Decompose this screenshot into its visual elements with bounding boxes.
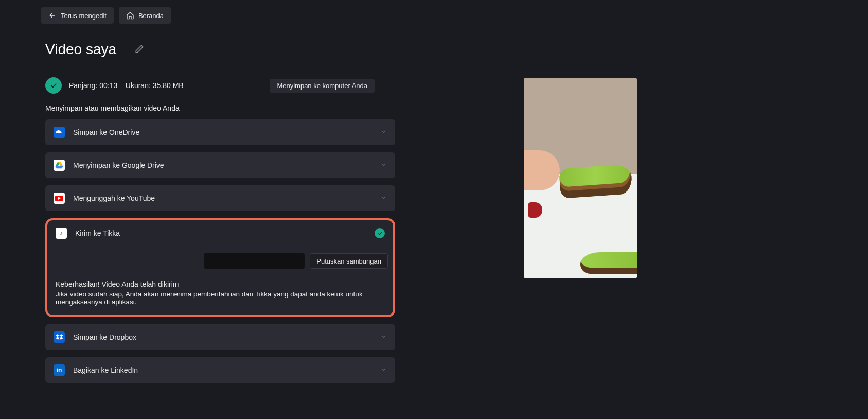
- preview-illustration: [559, 164, 633, 199]
- continue-editing-label: Terus mengedit: [61, 12, 107, 20]
- export-status-row: Panjang: 00:13 Ukuran: 35.80 MB Menyimpa…: [45, 77, 395, 94]
- arrow-left-icon: [48, 11, 57, 20]
- tiktok-account-field[interactable]: [204, 253, 305, 269]
- share-tiktok-label: Kirim ke Tikka: [75, 229, 120, 237]
- preview-illustration: [580, 252, 637, 274]
- length-value: 00:13: [99, 81, 117, 90]
- chevron-down-icon: [381, 194, 387, 202]
- youtube-icon: [54, 193, 65, 204]
- success-check-icon: [375, 228, 385, 238]
- chevron-down-icon: [381, 128, 387, 136]
- length-label: Panjang:: [69, 81, 97, 90]
- share-heading: Menyimpan atau membagikan video Anda: [45, 104, 395, 112]
- home-label: Beranda: [138, 12, 164, 20]
- tiktok-success-title: Keberhasilan! Video Anda telah dikirim: [56, 280, 385, 288]
- check-circle-icon: [45, 77, 62, 94]
- page-title: Video saya: [45, 41, 116, 58]
- share-linkedin[interactable]: in Bagikan ke LinkedIn: [45, 357, 395, 383]
- size-value: 35.80 MB: [153, 81, 184, 90]
- share-dropbox-label: Simpan ke Dropbox: [73, 333, 136, 341]
- saving-status: Menyimpan ke komputer Anda: [270, 79, 375, 93]
- chevron-down-icon: [381, 366, 387, 374]
- gdrive-icon: [54, 160, 65, 171]
- share-dropbox[interactable]: Simpan ke Dropbox: [45, 324, 395, 350]
- share-youtube[interactable]: Mengunggah ke YouTube: [45, 185, 395, 211]
- chevron-down-icon: [381, 333, 387, 341]
- disconnect-button[interactable]: Putuskan sambungan: [310, 253, 388, 269]
- preview-illustration: [524, 150, 560, 190]
- share-youtube-label: Mengunggah ke YouTube: [73, 194, 155, 202]
- share-linkedin-label: Bagikan ke LinkedIn: [73, 366, 138, 374]
- size-label: Ukuran:: [126, 81, 151, 90]
- video-preview-thumbnail[interactable]: [524, 78, 637, 278]
- linkedin-icon: in: [54, 364, 65, 376]
- share-onedrive-label: Simpan ke OneDrive: [73, 128, 139, 136]
- edit-title-icon[interactable]: [135, 44, 144, 55]
- onedrive-icon: [54, 127, 65, 138]
- continue-editing-button[interactable]: Terus mengedit: [41, 7, 114, 24]
- share-gdrive[interactable]: Menyimpan ke Google Drive: [45, 152, 395, 178]
- tiktok-icon: ♪: [56, 228, 67, 239]
- share-gdrive-label: Menyimpan ke Google Drive: [73, 161, 164, 169]
- dropbox-icon: [54, 331, 65, 343]
- top-nav: Terus mengedit Beranda: [0, 0, 868, 24]
- share-onedrive[interactable]: Simpan ke OneDrive: [45, 119, 395, 145]
- video-meta: Panjang: 00:13 Ukuran: 35.80 MB: [69, 81, 184, 90]
- home-icon: [126, 11, 134, 20]
- chevron-down-icon: [381, 161, 387, 169]
- home-button[interactable]: Beranda: [119, 7, 171, 24]
- tiktok-success-body: Jika video sudah siap, Anda akan menerim…: [56, 290, 385, 306]
- share-tiktok-expanded: ♪ Kirim ke Tikka Putuskan sambungan Kebe…: [45, 218, 395, 317]
- preview-illustration: [528, 202, 542, 218]
